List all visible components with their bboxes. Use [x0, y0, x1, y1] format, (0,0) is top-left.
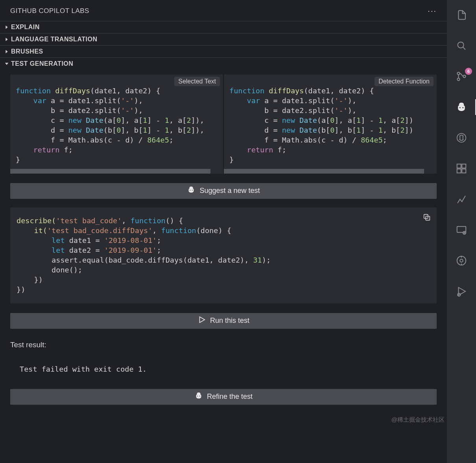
svg-point-14: [460, 259, 463, 262]
activity-run-debug[interactable]: [447, 281, 476, 302]
activity-remote[interactable]: [447, 220, 476, 240]
section-language-translation[interactable]: LANGUAGE TRANSLATION: [0, 33, 447, 45]
detected-function-pane: Detected Function function diffDays(date…: [224, 74, 437, 174]
svg-rect-8: [462, 164, 466, 168]
section-explain[interactable]: EXPLAIN: [0, 21, 447, 33]
test-generation-body: Selected Text function diffDays(date1, d…: [0, 70, 447, 463]
svg-point-4: [457, 72, 459, 74]
watermark: @稀土掘金技术社区: [391, 416, 445, 424]
run-test-label: Run this test: [210, 317, 249, 325]
activity-graph[interactable]: [447, 189, 476, 209]
activity-extensions[interactable]: [447, 158, 476, 179]
svg-point-5: [457, 78, 459, 80]
chevron-right-icon: [3, 24, 10, 30]
svg-point-6: [463, 75, 465, 78]
refine-test-label: Refine the test: [207, 393, 253, 401]
selected-text-pane: Selected Text function diffDays(date1, d…: [10, 74, 223, 174]
refine-test-button[interactable]: Refine the test: [10, 389, 437, 405]
activity-source-control[interactable]: 6: [447, 66, 476, 87]
chevron-right-icon: [3, 37, 10, 42]
detected-function-tag: Detected Function: [375, 77, 434, 86]
suggest-test-label: Suggest a new test: [199, 187, 260, 195]
chevron-right-icon: [3, 49, 10, 54]
copilot-icon: [194, 391, 203, 402]
activity-copilot-labs[interactable]: [447, 97, 476, 117]
source-control-badge: 6: [465, 68, 472, 75]
section-brushes[interactable]: BRUSHES: [0, 45, 447, 57]
code-scrollbar[interactable]: [224, 169, 437, 174]
section-explain-label: EXPLAIN: [11, 24, 40, 31]
section-test-generation[interactable]: TEST GENERATION: [0, 57, 447, 70]
svg-rect-9: [457, 169, 461, 173]
copilot-icon: [187, 185, 196, 196]
selected-text-tag: Selected Text: [174, 77, 220, 86]
activity-bar: 6: [447, 0, 476, 463]
copy-icon[interactable]: [422, 213, 431, 223]
activity-gitlens[interactable]: [447, 250, 476, 271]
activity-explorer[interactable]: [447, 5, 476, 25]
svg-point-2: [458, 42, 464, 48]
svg-rect-10: [462, 169, 466, 173]
svg-line-3: [463, 47, 465, 50]
section-brushes-label: BRUSHES: [11, 48, 43, 55]
section-language-translation-label: LANGUAGE TRANSLATION: [11, 36, 97, 43]
activity-chatgpt[interactable]: [447, 128, 476, 148]
more-icon[interactable]: ···: [428, 6, 437, 15]
detected-function-code: function diffDays(date1, date2) { var a …: [224, 74, 437, 168]
suggest-test-button[interactable]: Suggest a new test: [10, 183, 437, 199]
chevron-down-icon: [3, 61, 10, 67]
activity-search[interactable]: [447, 35, 476, 56]
svg-rect-7: [457, 164, 461, 168]
run-test-button[interactable]: Run this test: [10, 313, 437, 329]
selected-text-code: function diffDays(date1, date2) { var a …: [10, 74, 223, 168]
section-test-generation-label: TEST GENERATION: [11, 60, 73, 67]
generated-test-code: describe('test bad_code', function() { i…: [10, 207, 437, 304]
play-icon: [197, 315, 206, 326]
test-result-body: Test failed with exit code 1.: [10, 365, 437, 373]
panel-title: GITHUB COPILOT LABS: [10, 7, 89, 15]
test-result-label: Test result:: [10, 341, 437, 349]
code-scrollbar[interactable]: [10, 169, 223, 174]
